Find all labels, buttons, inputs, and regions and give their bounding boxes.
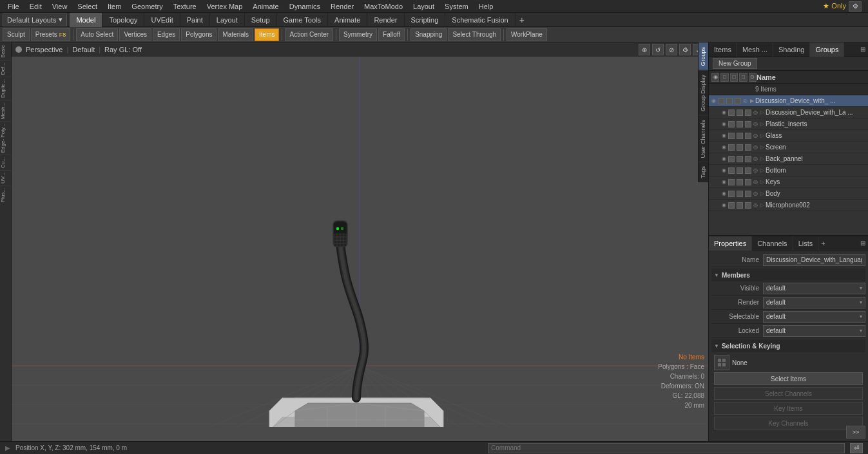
menu-system[interactable]: System [439, 0, 474, 12]
sel-none-icon[interactable] [714, 355, 729, 370]
left-tool-duplic[interactable]: Duplic... [0, 77, 12, 100]
vtab-groups[interactable]: Groups [699, 43, 708, 70]
layout-tab-game-tools[interactable]: Game Tools [277, 13, 329, 27]
menu-view[interactable]: View [47, 0, 73, 12]
menu-select[interactable]: Select [72, 0, 102, 12]
viewport-orbit-icon[interactable]: ⊕ [639, 44, 650, 55]
layout-tab-render[interactable]: Render [367, 13, 404, 27]
left-tool-basic[interactable]: Basic [0, 43, 12, 60]
rp-expand-button[interactable]: ⊞ [858, 46, 868, 53]
group-row-8[interactable]: ◉ ◎ ▷ Microphone002 [709, 200, 868, 211]
selection-keying-section[interactable]: ▼ Selection & Keying [711, 339, 865, 352]
group-row-7[interactable]: ◉ ◎ ▷ Body [709, 188, 868, 200]
command-input[interactable] [488, 443, 845, 453]
header-icon-5[interactable]: ⊙ [749, 73, 757, 82]
action-center-button[interactable]: Action Center [285, 28, 333, 41]
left-tool-curve[interactable]: Cu... [0, 155, 12, 170]
prop-render-dropdown[interactable]: default ▾ [763, 297, 865, 308]
menu-layout[interactable]: Layout [408, 0, 439, 12]
menu-dynamics[interactable]: Dynamics [284, 0, 325, 12]
header-icon-3[interactable]: □ [730, 73, 738, 82]
group-row-2[interactable]: ◉ ◎ ▷ Glass [709, 130, 868, 142]
menu-animate[interactable]: Animate [247, 0, 284, 12]
items-button[interactable]: Items [255, 28, 279, 41]
header-icon-2[interactable]: □ [720, 73, 728, 82]
vertices-button[interactable]: Vertices [119, 28, 151, 41]
snapping-button[interactable]: Snapping [410, 28, 447, 41]
vtab-tags[interactable]: Tags [699, 162, 708, 182]
command-execute-button[interactable]: ⏎ [850, 443, 863, 453]
prop-expand-button[interactable]: ⊞ [858, 240, 868, 247]
prop-members-section[interactable]: ▼ Members [711, 269, 865, 281]
rp-tab-items[interactable]: Items [709, 43, 737, 57]
rp-tab-mesh[interactable]: Mesh ... [737, 43, 773, 57]
vtab-group-display[interactable]: Group Display [699, 70, 708, 115]
viewport-zoom-fit-icon[interactable]: ⊘ [666, 44, 677, 55]
prop-visible-dropdown[interactable]: default ▾ [763, 283, 865, 294]
layout-tab-uvedit[interactable]: UVEdit [144, 13, 180, 27]
groups-list[interactable]: ◉ ◎ ▶ Discussion_Device_with_ ... ◉ ◎ ▷ … [709, 95, 868, 235]
falloff-button[interactable]: Falloff [378, 28, 405, 41]
layout-tab-layout[interactable]: Layout [210, 13, 245, 27]
viewport-render-label[interactable]: Default [72, 46, 95, 53]
left-tool-edge[interactable]: Edge- Poly... [0, 121, 12, 155]
symmetry-button[interactable]: Symmetry [339, 28, 377, 41]
left-tool-mesh[interactable]: Mesh... [0, 100, 12, 121]
menu-geometry[interactable]: Geometry [126, 0, 168, 12]
left-tool-uv[interactable]: UV... [0, 170, 12, 185]
menu-maxtomodo[interactable]: MaxToModo [359, 0, 408, 12]
rp-tab-groups[interactable]: Groups [810, 43, 844, 57]
vtab-user-channels[interactable]: User Channels [699, 115, 708, 162]
prop-locked-dropdown[interactable]: default ▾ [763, 325, 865, 337]
header-icon-4[interactable]: □ [739, 73, 747, 82]
layout-tab-setup[interactable]: Setup [245, 13, 277, 27]
presets-button[interactable]: Presets F8 [31, 28, 70, 41]
layout-tab-topology[interactable]: Topology [102, 13, 144, 27]
prop-tab-add[interactable]: + [818, 240, 827, 247]
rp-tab-shading[interactable]: Shading [773, 43, 810, 57]
edges-button[interactable]: Edges [153, 28, 180, 41]
key-channels-button[interactable]: Key Channels [714, 417, 863, 430]
menu-edit[interactable]: Edit [24, 0, 47, 12]
group-row-4[interactable]: ◉ ◎ ▷ Back_pannel [709, 153, 868, 165]
new-group-button[interactable]: New Group [713, 58, 757, 69]
gear-button[interactable]: ⚙ [849, 1, 862, 12]
viewport-reset-icon[interactable]: ↺ [652, 44, 664, 55]
group-row-parent[interactable]: ◉ ◎ ▶ Discussion_Device_with_ ... [709, 95, 868, 107]
layout-tab-paint[interactable]: Paint [180, 13, 210, 27]
group-row-5[interactable]: ◉ ◎ ▷ Bottom [709, 165, 868, 176]
prop-name-input[interactable] [763, 254, 865, 266]
layout-tab-scripting[interactable]: Scripting [405, 13, 446, 27]
left-tool-def[interactable]: Def... [0, 60, 12, 77]
layout-dropdown[interactable]: Default Layouts ▾ [3, 14, 67, 26]
layout-tab-schematic[interactable]: Schematic Fusion [445, 13, 515, 27]
viewport-settings-icon[interactable]: ⚙ [679, 44, 691, 55]
group-row-0[interactable]: ◉ ◎ ▷ Discussion_Device_with_La ... [709, 107, 868, 118]
group-row-6[interactable]: ◉ ◎ ▷ Keys [709, 176, 868, 188]
menu-render[interactable]: Render [325, 0, 359, 12]
sculpt-button[interactable]: Sculpt [3, 28, 30, 41]
left-tool-plus[interactable]: Plus... [0, 185, 12, 204]
prop-selectable-dropdown[interactable]: default ▾ [763, 311, 865, 323]
menu-file[interactable]: File [3, 0, 24, 12]
select-items-button[interactable]: Select Items [714, 372, 863, 385]
select-through-button[interactable]: Select Through [448, 28, 501, 41]
layout-tab-model[interactable]: Model [70, 13, 102, 27]
menu-help[interactable]: Help [474, 0, 499, 12]
group-row-3[interactable]: ◉ ◎ ▷ Screen [709, 142, 868, 153]
layout-tab-animate[interactable]: Animate [328, 13, 367, 27]
arrow-button[interactable]: >> [846, 426, 865, 439]
viewport-canvas[interactable]: X Y Z No Items Polygons : Face Channels:… [12, 57, 708, 427]
layout-add-button[interactable]: + [516, 15, 528, 25]
viewport[interactable]: Perspective | Default | Ray GL: Off ⊕ ↺ … [12, 43, 708, 441]
header-icon-1[interactable]: ◉ [711, 73, 719, 82]
auto-select-button[interactable]: Auto Select [76, 28, 118, 41]
workplane-button[interactable]: WorkPlane [506, 28, 547, 41]
polygons-button[interactable]: Polygons [181, 28, 217, 41]
viewport-perspective-label[interactable]: Perspective [26, 46, 63, 53]
menu-vertex-map[interactable]: Vertex Map [202, 0, 248, 12]
materials-button[interactable]: Materials [218, 28, 253, 41]
key-items-button[interactable]: Key Items [714, 402, 863, 415]
select-channels-button[interactable]: Select Channels [714, 387, 863, 400]
status-arrow-icon[interactable]: ▶ [5, 444, 10, 451]
